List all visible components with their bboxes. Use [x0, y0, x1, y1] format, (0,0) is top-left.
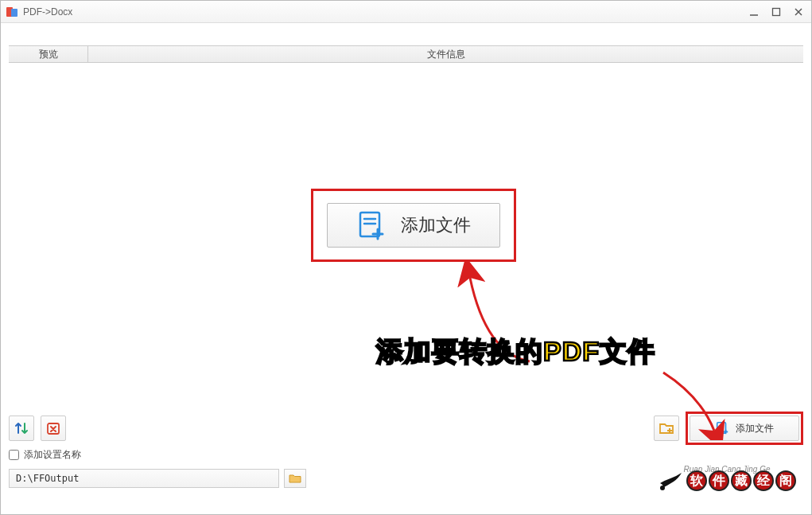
minimize-button[interactable] [746, 4, 762, 20]
tab-file-info-label: 文件信息 [427, 48, 465, 61]
tabbar: 预览 文件信息 [9, 45, 803, 63]
titlebar: PDF->Docx [1, 1, 811, 23]
tab-preview[interactable]: 预览 [9, 46, 88, 62]
window-title: PDF->Docx [23, 6, 746, 18]
toolbar-spacer [1, 23, 811, 45]
annotation-arrow-2 [657, 369, 736, 440]
output-path-left [9, 469, 306, 488]
tab-file-info[interactable]: 文件信息 [88, 46, 803, 62]
sort-icon [14, 420, 29, 436]
add-settings-name-label: 添加设置名称 [24, 448, 81, 462]
annotation-highlight-main: 添加文件 [311, 189, 516, 262]
output-path-row [9, 464, 803, 493]
toolbar-left [9, 416, 66, 441]
add-file-button-large[interactable]: 添加文件 [327, 203, 500, 248]
add-file-label: 添加文件 [401, 213, 471, 237]
svg-rect-1 [11, 9, 17, 17]
maximize-button[interactable] [768, 4, 784, 20]
settings-name-checkbox-row: 添加设置名称 [9, 445, 803, 464]
window-controls [746, 4, 806, 20]
app-window: PDF->Docx 预览 文件信息 [0, 0, 812, 515]
close-button[interactable] [791, 4, 806, 20]
tab-preview-label: 预览 [39, 48, 58, 61]
output-path-input[interactable] [9, 469, 279, 488]
add-file-small-label: 添加文件 [736, 422, 774, 435]
delete-icon [45, 420, 61, 436]
app-icon [6, 6, 18, 18]
annotation-text: 添加要转换的PDF文件 [376, 334, 655, 370]
delete-button[interactable] [41, 416, 66, 441]
sort-button[interactable] [9, 416, 34, 441]
svg-rect-3 [773, 8, 780, 15]
browse-folder-button[interactable] [284, 469, 306, 488]
folder-icon [289, 473, 301, 484]
add-file-icon [356, 210, 387, 240]
main-content-area: 添加文件 添加要转换的PDF文件 [9, 63, 803, 412]
add-settings-name-checkbox[interactable] [9, 450, 19, 460]
